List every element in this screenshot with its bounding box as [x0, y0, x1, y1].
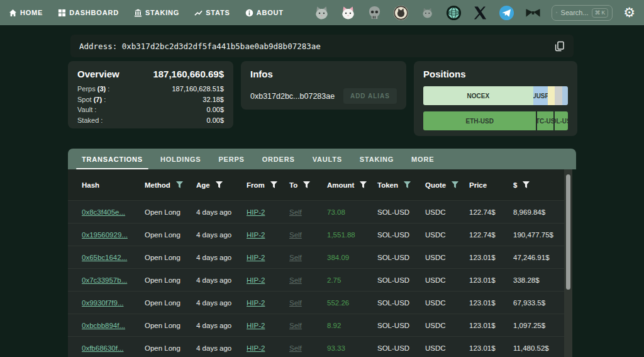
token-cell: SOL-USD	[377, 344, 425, 352]
nav-items: HOMEDASHBOARDSTAKINGSTATSABOUT	[9, 9, 284, 17]
to-link[interactable]: Self	[289, 254, 327, 261]
to-link[interactable]: Self	[289, 208, 327, 216]
tab-transactions[interactable]: TRANSACTIONS	[73, 149, 152, 169]
method-cell: Open Long	[145, 208, 196, 216]
column-header-usd: $	[513, 181, 562, 189]
position-segment[interactable]	[555, 86, 562, 105]
filter-icon[interactable]	[175, 181, 184, 189]
cat-grey-icon[interactable]	[314, 5, 330, 21]
table-scrollbar-thumb[interactable]	[566, 174, 570, 290]
dashboard-icon	[58, 9, 66, 17]
token-cell: SOL-USD	[377, 254, 425, 261]
token-cell: SOL-USD	[377, 322, 425, 329]
overview-card: Overview 187,160,660.69$ Perps (3) :187,…	[68, 61, 233, 128]
to-link[interactable]: Self	[289, 322, 327, 329]
tab-vaults[interactable]: VAULTS	[304, 149, 351, 169]
usd-cell: 47,246.91$	[513, 254, 562, 261]
globe-icon[interactable]	[446, 5, 462, 21]
usd-cell: 11,480.52$	[513, 344, 562, 352]
hash-link[interactable]: 0x65bc1642...	[82, 254, 145, 261]
add-alias-button[interactable]: ADD ALIAS	[343, 88, 397, 104]
filter-icon[interactable]	[522, 181, 530, 189]
tab-perps[interactable]: PERPS	[209, 149, 253, 169]
method-cell: Open Long	[145, 322, 196, 329]
overview-title: Overview	[77, 69, 119, 79]
position-segment[interactable]	[562, 86, 568, 105]
overview-row-value: 0.00$	[206, 105, 224, 115]
position-segment-nocex[interactable]: NOCEX	[423, 86, 533, 105]
hash-link[interactable]: 0x9930f7f9...	[82, 299, 145, 307]
tab-staking[interactable]: STAKING	[351, 149, 402, 169]
cat-white-icon[interactable]	[340, 5, 356, 21]
nav-item-staking[interactable]: STAKING	[134, 9, 179, 17]
tab-orders[interactable]: ORDERS	[253, 149, 304, 169]
x-logo-icon[interactable]	[472, 5, 488, 21]
filter-icon[interactable]	[303, 181, 311, 189]
table-row: 0x8c3f405e...Open Long4 days agoHIP-2Sel…	[68, 200, 572, 223]
hash-link[interactable]: 0xbcbb894f...	[82, 322, 145, 329]
from-link[interactable]: HIP-2	[247, 322, 289, 329]
to-link[interactable]: Self	[289, 231, 327, 239]
position-segment-uusp[interactable]: UUSP	[533, 86, 548, 105]
quote-cell: USDC	[425, 276, 469, 284]
price-cell: 122.74$	[469, 231, 513, 239]
stats-icon	[194, 9, 203, 17]
filter-icon[interactable]	[270, 181, 278, 189]
cat-kitten-icon[interactable]	[419, 5, 435, 21]
from-link[interactable]: HIP-2	[247, 208, 289, 216]
position-segment-eth-usd[interactable]: ETH-USD	[423, 111, 536, 130]
filter-icon[interactable]	[359, 181, 367, 189]
bowtie-icon[interactable]	[525, 5, 541, 21]
to-link[interactable]: Self	[289, 276, 327, 284]
nav-item-about[interactable]: ABOUT	[245, 9, 284, 17]
gear-icon[interactable]: ⚙	[623, 6, 635, 20]
filter-icon[interactable]	[403, 181, 411, 189]
telegram-icon[interactable]	[499, 5, 514, 21]
method-cell: Open Long	[145, 344, 196, 352]
table-scrollbar-track[interactable]	[564, 169, 572, 357]
skull-icon[interactable]	[367, 5, 382, 21]
cat-badge-icon[interactable]	[393, 5, 409, 21]
to-link[interactable]: Self	[289, 344, 327, 352]
tab-more[interactable]: MORE	[402, 149, 443, 169]
method-cell: Open Long	[145, 231, 196, 239]
filter-icon[interactable]	[215, 181, 223, 189]
method-cell: Open Long	[145, 276, 196, 284]
filter-icon[interactable]	[451, 181, 459, 189]
perps-positions-bar: ETH-USDBTC-USDSOL-USD	[423, 111, 568, 130]
hash-link[interactable]: 0x19560929...	[82, 231, 145, 239]
table-row: 0x7c33957b...Open Long4 days agoHIP-2Sel…	[68, 268, 572, 291]
hash-link[interactable]: 0x7c33957b...	[82, 276, 145, 284]
column-label: To	[289, 181, 297, 189]
infos-card: Infos 0xb317d2bc...b07283ae ADD ALIAS	[241, 61, 406, 110]
overview-row-value: 32.18$	[203, 94, 224, 105]
nav-item-dashboard[interactable]: DASHBOARD	[58, 9, 119, 17]
position-segment[interactable]	[548, 86, 555, 105]
position-segment-sol-usd[interactable]: SOL-USD	[553, 111, 568, 130]
search-input[interactable]: Search... ⌘ K	[552, 5, 613, 21]
tab-holdings[interactable]: HOLDINGS	[152, 149, 209, 169]
column-label: Method	[145, 181, 170, 189]
overview-total-value: 187,160,660.69$	[153, 69, 224, 79]
amount-cell: 93.33	[327, 344, 377, 352]
copy-icon[interactable]	[554, 41, 565, 52]
from-link[interactable]: HIP-2	[247, 344, 289, 352]
nav-item-home[interactable]: HOME	[9, 9, 43, 17]
table-header: HashMethodAgeFromToAmountTokenQuotePrice…	[68, 169, 572, 200]
from-link[interactable]: HIP-2	[247, 276, 289, 284]
hash-link[interactable]: 0x8c3f405e...	[82, 208, 145, 216]
column-label: From	[247, 181, 265, 189]
nav-item-label: STATS	[206, 9, 230, 16]
column-header-from: From	[247, 181, 289, 189]
quote-cell: USDC	[425, 254, 469, 261]
token-cell: SOL-USD	[377, 276, 425, 284]
position-segment-btc-usd[interactable]: BTC-USD	[536, 111, 553, 130]
hash-link[interactable]: 0xfb68630f...	[82, 344, 145, 352]
nav-item-stats[interactable]: STATS	[194, 9, 230, 17]
from-link[interactable]: HIP-2	[247, 231, 289, 239]
from-link[interactable]: HIP-2	[247, 254, 289, 261]
from-link[interactable]: HIP-2	[247, 299, 289, 307]
column-header-token: Token	[377, 181, 425, 189]
price-cell: 123.01$	[469, 254, 513, 261]
to-link[interactable]: Self	[289, 299, 327, 307]
